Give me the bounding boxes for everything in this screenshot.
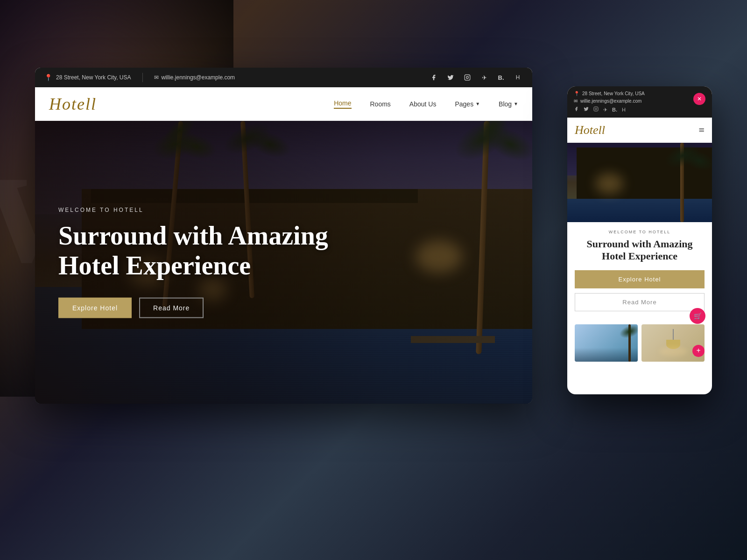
hero-title: Surround with Amazing Hotel Experience bbox=[58, 221, 338, 281]
mobile-palm bbox=[680, 143, 684, 222]
mobile-read-more-button[interactable]: Read More bbox=[575, 293, 705, 311]
explore-hotel-button[interactable]: Explore Hotel bbox=[58, 297, 132, 318]
desktop-logo: Hotell bbox=[49, 94, 97, 114]
mobile-cart-button[interactable]: 🛒 bbox=[690, 308, 705, 324]
mobile-email-row: ✉ willie.jennings@example.com bbox=[574, 98, 705, 104]
mobile-hero-subtitle: WELCOME TO HOTELL bbox=[575, 230, 705, 234]
read-more-button[interactable]: Read More bbox=[139, 297, 204, 318]
svg-point-2 bbox=[469, 76, 469, 76]
mobile-browser-window: 📍 28 Street, New York City, USA ✉ willie… bbox=[567, 86, 712, 394]
desktop-browser-window: 📍 28 Street, New York City, USA ✉ willie… bbox=[35, 68, 532, 404]
nav-about[interactable]: About Us bbox=[409, 100, 437, 108]
hero-buttons: Explore Hotel Read More bbox=[58, 297, 338, 318]
nav-blog[interactable]: Blog ▼ bbox=[499, 100, 518, 108]
thumb-lamp bbox=[666, 329, 680, 354]
mobile-content: WELCOME TO HOTELL Surround with Amazing … bbox=[567, 222, 712, 319]
instagram-icon[interactable] bbox=[462, 72, 472, 83]
mobile-twitter-icon[interactable] bbox=[584, 106, 589, 113]
location-icon: 📍 bbox=[44, 74, 52, 81]
topbar-divider bbox=[142, 73, 143, 82]
nav-pages[interactable]: Pages ▼ bbox=[455, 100, 480, 108]
desktop-nav: Home Rooms About Us Pages ▼ Blog ▼ bbox=[334, 99, 518, 109]
topbar-email-group: ✉ willie.jennings@example.com bbox=[154, 74, 235, 81]
mobile-social-row: ✈ B. H bbox=[574, 106, 705, 113]
blog-dropdown-icon: ▼ bbox=[514, 101, 518, 106]
desktop-topbar: 📍 28 Street, New York City, USA ✉ willie… bbox=[35, 68, 532, 87]
mobile-topbar: 📍 28 Street, New York City, USA ✉ willie… bbox=[567, 86, 712, 118]
mobile-hotels-icon[interactable]: H bbox=[622, 107, 626, 112]
desktop-navbar: Hotell Home Rooms About Us Pages ▼ Blog … bbox=[35, 87, 532, 121]
thumb-palm bbox=[628, 324, 631, 362]
topbar-address-group: 📍 28 Street, New York City, USA bbox=[44, 74, 131, 81]
topbar-address: 28 Street, New York City, USA bbox=[56, 74, 131, 81]
email-icon: ✉ bbox=[154, 74, 159, 81]
nav-blog-label: Blog bbox=[499, 100, 512, 108]
mobile-facebook-icon[interactable] bbox=[574, 106, 579, 113]
mobile-location-icon: 📍 bbox=[574, 91, 579, 96]
mobile-menu-button[interactable]: ≡ bbox=[699, 124, 705, 136]
nav-home[interactable]: Home bbox=[334, 99, 351, 109]
hero-subtitle: WELCOME TO HOTELL bbox=[58, 207, 338, 213]
mobile-close-button[interactable]: ✕ bbox=[693, 93, 705, 105]
mobile-address-row: 📍 28 Street, New York City, USA bbox=[574, 91, 705, 96]
mobile-thumbnails: + bbox=[567, 319, 712, 362]
mobile-hero-image bbox=[567, 143, 712, 222]
mobile-add-button[interactable]: + bbox=[692, 345, 705, 357]
hotels-icon[interactable]: H bbox=[513, 72, 523, 83]
mobile-email-icon: ✉ bbox=[574, 98, 578, 104]
facebook-icon[interactable] bbox=[429, 72, 439, 83]
svg-rect-0 bbox=[465, 75, 470, 80]
pages-dropdown-icon: ▼ bbox=[475, 101, 480, 106]
mobile-hero-title: Surround with Amazing Hotel Experience bbox=[575, 238, 705, 263]
mobile-light bbox=[595, 173, 623, 194]
mobile-email: willie.jennings@example.com bbox=[580, 98, 641, 104]
mobile-explore-button[interactable]: Explore Hotel bbox=[575, 270, 705, 288]
mobile-navbar: Hotell ≡ bbox=[567, 118, 712, 143]
topbar-social-links: ✈ B. H bbox=[429, 72, 523, 83]
mobile-address: 28 Street, New York City, USA bbox=[582, 91, 645, 96]
mobile-tripadvisor-icon[interactable]: ✈ bbox=[603, 107, 607, 113]
svg-rect-3 bbox=[594, 107, 598, 111]
nav-pages-label: Pages bbox=[455, 100, 473, 108]
tripadvisor-icon[interactable]: ✈ bbox=[479, 72, 489, 83]
mobile-booking-icon[interactable]: B. bbox=[612, 107, 617, 112]
twitter-icon[interactable] bbox=[445, 72, 456, 83]
topbar-email: willie.jennings@example.com bbox=[162, 74, 235, 81]
mobile-instagram-icon[interactable] bbox=[593, 106, 599, 113]
nav-rooms[interactable]: Rooms bbox=[370, 100, 391, 108]
mobile-logo: Hotell bbox=[575, 123, 605, 137]
desktop-hero: WELCOME TO HOTELL Surround with Amazing … bbox=[35, 121, 532, 404]
svg-point-4 bbox=[595, 108, 597, 110]
booking-icon[interactable]: B. bbox=[496, 72, 506, 83]
mobile-pool bbox=[567, 199, 712, 222]
hero-content-area: WELCOME TO HOTELL Surround with Amazing … bbox=[58, 207, 338, 318]
mobile-thumbnail-1[interactable] bbox=[575, 324, 638, 362]
svg-point-1 bbox=[466, 77, 469, 79]
